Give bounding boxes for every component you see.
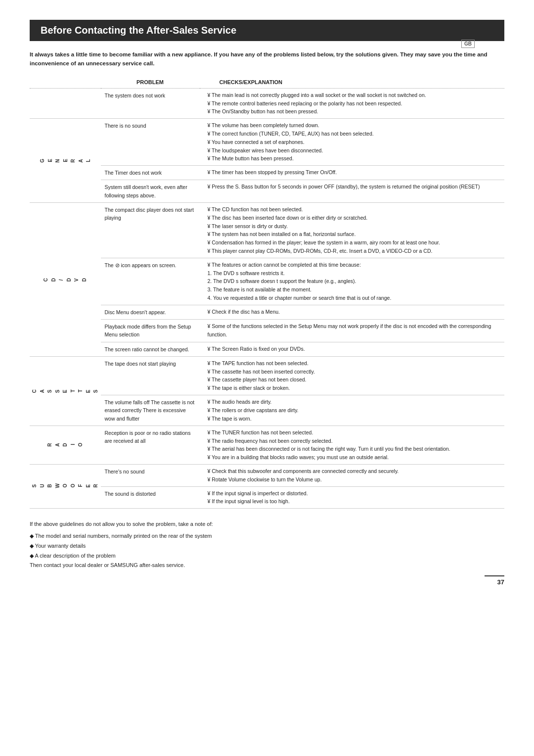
check-item: ¥ Check that this subwoofer and componen… bbox=[208, 467, 501, 475]
check-item: 4. You ve requested a title or chapter n… bbox=[208, 294, 501, 302]
section-label: C A S S E T T E S bbox=[31, 388, 100, 393]
problem-cell: Playback mode differs from the Setup Men… bbox=[101, 319, 200, 342]
problem-cell: Disc Menu doesn't appear. bbox=[101, 305, 200, 319]
table-row: Disc Menu doesn't appear.¥ Check if the … bbox=[30, 305, 504, 319]
troubleshoot-table: PROBLEM CHECKS/EXPLANATION The system do… bbox=[30, 77, 504, 509]
check-item: ¥ The Mute button has been pressed. bbox=[208, 154, 501, 163]
checks-cell: ¥ The main lead is not correctly plugged… bbox=[200, 88, 505, 118]
col-header-problem: PROBLEM bbox=[101, 77, 200, 89]
table-row: G E N E R A LThere is no sound¥ The volu… bbox=[30, 119, 504, 166]
table-row: The volume falls off The cassette is not… bbox=[30, 395, 504, 425]
checks-cell: ¥ Check that this subwoofer and componen… bbox=[200, 464, 505, 486]
check-item: 2. The DVD s software doesn t support th… bbox=[208, 277, 501, 285]
check-item: ¥ The tape is either slack or broken. bbox=[208, 384, 501, 392]
check-item: ¥ The tape is worn. bbox=[208, 415, 501, 423]
section-label-cell bbox=[30, 88, 101, 118]
check-item: ¥ The laser sensor is dirty or dusty. bbox=[208, 222, 501, 231]
section-label: G E N E R A L bbox=[39, 158, 92, 163]
problem-cell: The compact disc player does not start p… bbox=[101, 202, 200, 258]
table-row: The system does not work¥ The main lead … bbox=[30, 88, 504, 118]
checks-cell: ¥ The audio heads are dirty.¥ The roller… bbox=[200, 395, 505, 425]
check-item: ¥ Press the S. Bass button for 5 seconds… bbox=[208, 183, 501, 191]
checks-cell: ¥ Check if the disc has a Menu. bbox=[200, 305, 505, 319]
check-item: ¥ The volume has been completely turned … bbox=[208, 121, 501, 130]
section-label-cell: R A D I O bbox=[30, 425, 101, 464]
check-item: ¥ If the input signal is imperfect or di… bbox=[208, 489, 501, 498]
check-item: ¥ If the input signal level is too high. bbox=[208, 497, 501, 506]
problem-cell: There is no sound bbox=[101, 119, 200, 166]
problem-cell: System still doesn't work, even after fo… bbox=[101, 180, 200, 203]
footer-line: ◆ A clear description of the problem bbox=[30, 551, 504, 561]
table-row: Playback mode differs from the Setup Men… bbox=[30, 319, 504, 342]
col-header-checks: CHECKS/EXPLANATION bbox=[200, 77, 505, 89]
check-item: ¥ The system has not been installed on a… bbox=[208, 230, 501, 238]
check-item: ¥ The cassette has not been inserted cor… bbox=[208, 368, 501, 376]
gb-badge: GB bbox=[461, 40, 475, 48]
footer-line: ◆ Your warranty details bbox=[30, 541, 504, 551]
problem-cell: The system does not work bbox=[101, 88, 200, 118]
checks-cell: ¥ If the input signal is imperfect or di… bbox=[200, 486, 505, 509]
footer-line: If the above guidelines do not allow you… bbox=[30, 520, 504, 529]
check-item: ¥ The loudspeaker wires have been discon… bbox=[208, 146, 501, 155]
page-number: 37 bbox=[485, 575, 504, 586]
section-label-cell: C D / D V D bbox=[30, 202, 101, 356]
table-row: The ⊘ icon appears on screen.¥ The featu… bbox=[30, 258, 504, 305]
table-row: C D / D V DThe compact disc player does … bbox=[30, 202, 504, 258]
checks-cell: ¥ The Screen Ratio is fixed on your DVDs… bbox=[200, 342, 505, 356]
checks-cell: ¥ Some of the functions selected in the … bbox=[200, 319, 505, 342]
problem-cell: The ⊘ icon appears on screen. bbox=[101, 258, 200, 305]
section-label-cell: S U B W O O F E R bbox=[30, 464, 101, 508]
footer-line: ◆ The model and serial numbers, normally… bbox=[30, 531, 504, 541]
checks-cell: ¥ The TUNER function has not been select… bbox=[200, 425, 505, 464]
check-item: ¥ The On/Standby button has not been pre… bbox=[208, 107, 501, 116]
check-item: ¥ The timer has been stopped by pressing… bbox=[208, 168, 501, 177]
check-item: ¥ Condensation has formed in the player;… bbox=[208, 238, 501, 247]
table-row: C A S S E T T E SThe tape does not start… bbox=[30, 356, 504, 395]
intro-paragraph: It always takes a little time to become … bbox=[30, 50, 504, 68]
check-item: ¥ The TAPE function has not been selecte… bbox=[208, 359, 501, 368]
page-title: Before Contacting the After-Sales Servic… bbox=[30, 20, 504, 41]
section-label-cell: C A S S E T T E S bbox=[30, 356, 101, 425]
check-item: ¥ The correct function (TUNER, CD, TAPE,… bbox=[208, 130, 501, 138]
check-item: ¥ The features or action cannot be compl… bbox=[208, 261, 501, 269]
check-item: 3. The feature is not available at the m… bbox=[208, 285, 501, 294]
check-item: ¥ You are in a building that blocks radi… bbox=[208, 453, 501, 462]
check-item: ¥ The main lead is not correctly plugged… bbox=[208, 91, 501, 99]
check-item: ¥ The rollers or drive capstans are dirt… bbox=[208, 406, 501, 415]
check-item: ¥ Rotate Volume clockwise to turn the Vo… bbox=[208, 475, 501, 484]
check-item: ¥ You have connected a set of earphones. bbox=[208, 138, 501, 146]
check-item: ¥ Check if the disc has a Menu. bbox=[208, 308, 501, 316]
problem-cell: Reception is poor or no radio stations a… bbox=[101, 425, 200, 464]
problem-cell: The Timer does not work bbox=[101, 166, 200, 180]
checks-cell: ¥ The CD function has not been selected.… bbox=[200, 202, 505, 258]
footer-section: If the above guidelines do not allow you… bbox=[30, 520, 504, 570]
check-item: ¥ The TUNER function has not been select… bbox=[208, 428, 501, 437]
problem-cell: The sound is distorted bbox=[101, 486, 200, 509]
check-item: ¥ The Screen Ratio is fixed on your DVDs… bbox=[208, 345, 501, 353]
check-item: ¥ The aerial has been disconnected or is… bbox=[208, 445, 501, 453]
check-item: ¥ Some of the functions selected in the … bbox=[208, 322, 501, 339]
problem-cell: The screen ratio cannot be changed. bbox=[101, 342, 200, 356]
check-item: ¥ The radio frequency has not been corre… bbox=[208, 437, 501, 445]
checks-cell: ¥ The volume has been completely turned … bbox=[200, 119, 505, 166]
check-item: ¥ The disc has been inserted face down o… bbox=[208, 214, 501, 222]
check-item: ¥ The cassette player has not been close… bbox=[208, 376, 501, 384]
table-row: The Timer does not work¥ The timer has b… bbox=[30, 166, 504, 180]
checks-cell: ¥ The timer has been stopped by pressing… bbox=[200, 166, 505, 180]
footer-line: Then contact your local dealer or SAMSUN… bbox=[30, 561, 504, 570]
check-item: ¥ The audio heads are dirty. bbox=[208, 398, 501, 406]
check-item: ¥ The CD function has not been selected. bbox=[208, 205, 501, 214]
checks-cell: ¥ The features or action cannot be compl… bbox=[200, 258, 505, 305]
check-item: 1. The DVD s software restricts it. bbox=[208, 269, 501, 278]
table-row: System still doesn't work, even after fo… bbox=[30, 180, 504, 203]
checks-cell: ¥ The TAPE function has not been selecte… bbox=[200, 356, 505, 395]
table-row: R A D I OReception is poor or no radio s… bbox=[30, 425, 504, 464]
problem-cell: The tape does not start playing bbox=[101, 356, 200, 395]
section-label: S U B W O O F E R bbox=[31, 482, 100, 488]
table-row: The screen ratio cannot be changed.¥ The… bbox=[30, 342, 504, 356]
section-label: C D / D V D bbox=[42, 277, 88, 282]
section-label: R A D I O bbox=[46, 442, 85, 447]
checks-cell: ¥ Press the S. Bass button for 5 seconds… bbox=[200, 180, 505, 203]
section-label-cell: G E N E R A L bbox=[30, 119, 101, 203]
check-item: ¥ The remote control batteries need repl… bbox=[208, 99, 501, 108]
